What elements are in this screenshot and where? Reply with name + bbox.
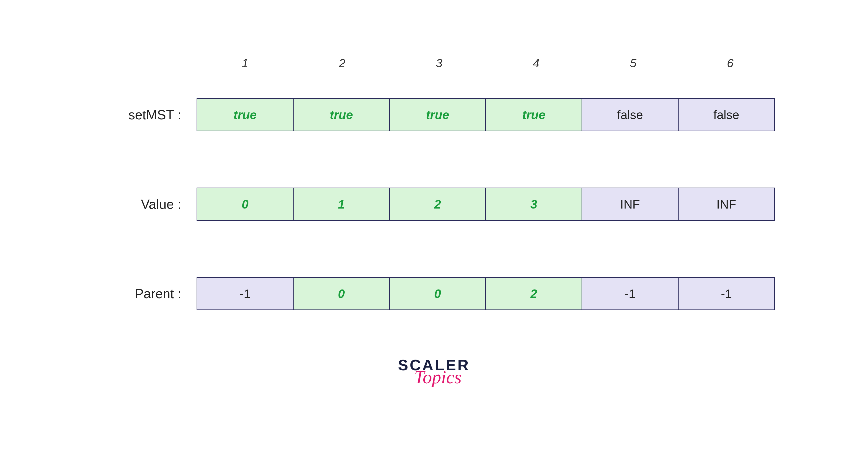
array-cell: true <box>196 98 293 131</box>
array-row: setMST :truetruetruetruefalsefalse <box>89 98 779 131</box>
array-cell: false <box>678 98 775 131</box>
index-label: 3 <box>391 56 488 70</box>
logo-line2: Topics <box>414 367 461 388</box>
array-cell: true <box>389 98 486 131</box>
row-label: Parent : <box>89 286 196 301</box>
array-cells: truetruetruetruefalsefalse <box>196 98 775 131</box>
array-cells: -1002-1-1 <box>196 277 775 310</box>
array-cell: 0 <box>389 277 486 310</box>
array-cell: true <box>485 98 582 131</box>
array-cell: 2 <box>485 277 582 310</box>
array-cell: INF <box>678 188 775 221</box>
array-cell: false <box>582 98 679 131</box>
index-label: 2 <box>293 56 391 70</box>
array-cell: true <box>293 98 390 131</box>
index-row: 1 2 3 4 5 6 <box>89 56 779 70</box>
row-label: setMST : <box>89 107 196 122</box>
index-label: 1 <box>196 56 293 70</box>
index-label: 5 <box>585 56 682 70</box>
array-cell: 1 <box>293 188 390 221</box>
array-cell: 0 <box>196 188 293 221</box>
array-cell: -1 <box>678 277 775 310</box>
array-cell: -1 <box>582 277 679 310</box>
array-row: Parent :-1002-1-1 <box>89 277 779 310</box>
array-cell: -1 <box>196 277 293 310</box>
row-label: Value : <box>89 197 196 212</box>
array-cells: 0123INFINF <box>196 188 775 221</box>
index-label: 4 <box>488 56 585 70</box>
scaler-topics-logo: SCALER Topics <box>398 356 470 388</box>
array-row: Value :0123INFINF <box>89 188 779 221</box>
array-cell: INF <box>582 188 679 221</box>
array-cell: 0 <box>293 277 390 310</box>
index-label: 6 <box>682 56 779 70</box>
array-cell: 3 <box>485 188 582 221</box>
array-cell: 2 <box>389 188 486 221</box>
arrays-diagram: 1 2 3 4 5 6 setMST :truetruetruetruefals… <box>89 56 779 310</box>
